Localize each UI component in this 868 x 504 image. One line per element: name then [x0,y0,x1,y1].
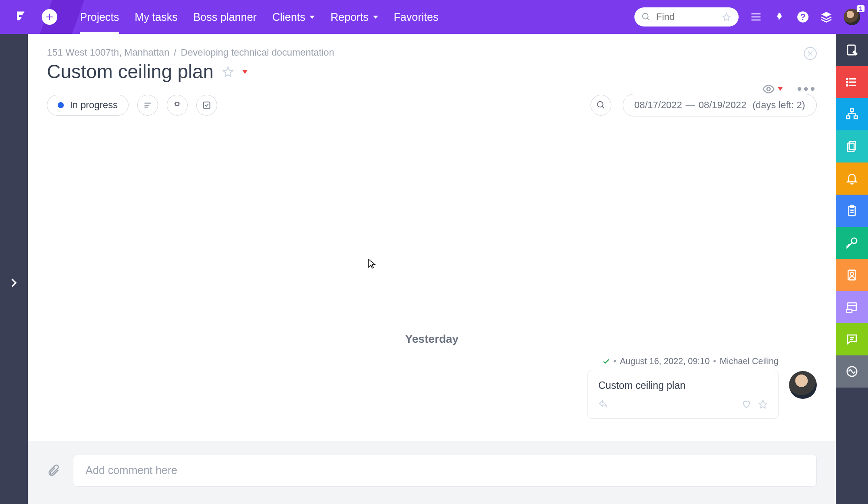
message-meta: • August 16, 2022, 09:10 • Michael Ceili… [602,356,779,366]
rail-chat[interactable] [836,323,868,355]
breadcrumb-sep: / [174,47,176,58]
date-range-pill[interactable]: 08/17/2022 — 08/19/2022 (days left: 2) [623,94,817,116]
nav-projects[interactable]: Projects [80,0,119,34]
rail-window[interactable] [836,291,868,323]
date-sep: — [686,99,695,111]
message-author: Michael Ceiling [719,356,779,366]
svg-point-39 [851,238,857,244]
nav-items: Projects My tasks Boss planner Clients R… [80,0,439,34]
check-icon [602,358,610,365]
top-nav: Projects My tasks Boss planner Clients R… [0,0,868,34]
task-panel: 151 West 1007th, Manhattan / Developing … [28,34,836,504]
right-rail [836,34,868,504]
nav-my-tasks[interactable]: My tasks [135,0,178,34]
heart-icon[interactable] [742,399,751,409]
global-search[interactable] [634,7,739,27]
comment-input-wrap[interactable] [73,454,817,487]
status-label: In progress [70,99,118,111]
nav-label: My tasks [135,11,178,23]
menu-icon[interactable] [750,11,762,23]
checklist-button[interactable] [196,95,217,116]
nav-label: Boss planner [193,11,257,23]
user-avatar[interactable]: 1 [844,9,860,25]
close-button[interactable] [804,47,817,60]
svg-point-24 [847,82,848,83]
cursor-icon [367,259,376,269]
logo-area [8,0,64,34]
svg-rect-27 [847,116,850,119]
reply-icon[interactable] [598,399,608,409]
svg-text:?: ? [800,12,805,22]
status-pill[interactable]: In progress [47,95,129,116]
days-left: (days left: 2) [752,99,805,111]
svg-rect-26 [850,109,854,112]
search-icon [641,12,651,22]
rocket-icon[interactable] [773,11,785,23]
rail-clipboard[interactable] [836,195,868,227]
nav-label: Favorites [394,11,439,23]
notification-badge: 1 [857,5,865,12]
favorite-star-icon[interactable] [222,66,234,77]
left-sidebar [0,34,28,504]
task-toolbar: In progress 08/17/2022 — 08/19/2022 (da [28,83,836,128]
rail-org-chart[interactable] [836,98,868,130]
star-icon[interactable] [722,13,731,21]
svg-line-1 [647,18,650,20]
nav-label: Projects [80,11,119,23]
rail-bell[interactable] [836,162,868,195]
breadcrumb-section[interactable]: Developing technical documentation [181,47,334,58]
message-text: Custom ceiling plan [598,380,768,391]
expand-sidebar-button[interactable] [8,277,20,288]
svg-rect-28 [854,116,858,119]
nav-clients[interactable]: Clients [272,0,315,34]
activity-feed: Yesterday • August 16, 2022, 09:10 • Mic… [28,128,836,441]
chevron-down-icon [310,16,315,19]
status-dot [58,102,64,108]
description-button[interactable] [137,95,158,116]
search-input[interactable] [656,11,717,23]
rail-key[interactable] [836,227,868,259]
rail-contact[interactable] [836,259,868,291]
svg-point-25 [847,85,848,86]
feed-day-label: Yesterday [28,332,836,346]
breadcrumb: 151 West 1007th, Manhattan / Developing … [47,47,817,58]
nav-boss-planner[interactable]: Boss planner [193,0,257,34]
svg-point-41 [850,272,854,276]
rail-list[interactable] [836,66,868,98]
priority-dropdown-icon[interactable] [242,70,248,74]
task-header: 151 West 1007th, Manhattan / Developing … [28,34,836,83]
svg-point-17 [597,102,603,107]
message-bubble[interactable]: Custom ceiling plan [587,370,779,419]
nav-label: Reports [330,11,369,23]
svg-rect-16 [204,102,210,109]
search-in-task-button[interactable] [591,95,611,116]
rail-files[interactable] [836,130,868,162]
chevron-down-icon [373,16,378,19]
svg-point-23 [847,78,848,80]
svg-rect-13 [175,103,178,106]
message-row: • August 16, 2022, 09:10 • Michael Ceili… [28,346,836,419]
task-title[interactable]: Custom ceiling plan [47,61,214,83]
author-avatar[interactable] [789,371,817,399]
comment-bar [28,441,836,504]
nav-favorites[interactable]: Favorites [394,0,439,34]
rail-activity[interactable] [836,355,868,388]
breadcrumb-project[interactable]: 151 West 1007th, Manhattan [47,47,169,58]
milestone-button[interactable] [167,95,188,116]
start-date: 08/17/2022 [634,99,682,111]
end-date: 08/19/2022 [699,99,746,111]
rail-edit-note[interactable] [836,34,868,66]
nav-reports[interactable]: Reports [330,0,378,34]
add-button[interactable] [42,9,57,25]
comment-input[interactable] [86,464,804,477]
svg-rect-44 [847,309,852,313]
nav-label: Clients [272,11,305,23]
layers-icon[interactable] [820,11,832,23]
svg-point-0 [643,13,648,19]
attach-icon[interactable] [47,464,60,477]
app-logo[interactable] [14,10,29,24]
help-icon[interactable]: ? [797,11,809,23]
message-timestamp: August 16, 2022, 09:10 [620,356,710,366]
nav-right: ? 1 [634,7,860,27]
star-icon[interactable] [758,399,768,409]
